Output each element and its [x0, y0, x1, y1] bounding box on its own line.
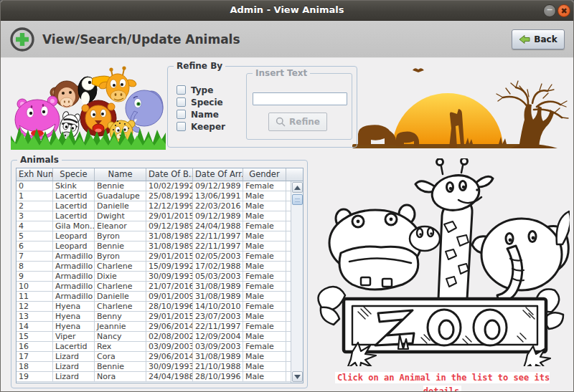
table-cell: Armadillo	[53, 282, 95, 292]
title-bar[interactable]: Admin - View Animals − ✖	[1, 1, 573, 21]
checkbox-box-icon[interactable]	[177, 110, 186, 119]
insert-text-title: Insert Text	[253, 68, 310, 78]
table-cell: 17/02/1988	[193, 262, 243, 272]
table-cell: 03/09/2003	[193, 342, 243, 352]
table-cell: Nora	[95, 372, 146, 382]
table-cell: Armadillo	[53, 292, 95, 302]
table-cell: Skink	[53, 181, 95, 191]
table-row[interactable]: 11ArmadilloDanielle09/01/200931/08/1989M…	[17, 292, 303, 302]
table-row[interactable]: 0SkinkBennie10/02/199209/12/1989Female	[17, 181, 303, 191]
checkbox-keeper[interactable]: Keeper	[177, 122, 225, 131]
table-row[interactable]: 7ArmadilloByron29/01/201502/05/2003Femal…	[17, 252, 303, 262]
table-cell: 23/07/2003	[193, 312, 243, 322]
refine-options: TypeSpecieNameKeeper	[177, 85, 225, 131]
table-row[interactable]: 6LeopardBennie31/08/198922/11/1997Male	[17, 242, 303, 252]
table-row[interactable]: 8ArmadilloCharlene15/09/199217/02/1988Ma…	[17, 262, 303, 272]
table-row[interactable]: 15ViperNancy02/08/200212/09/2004Male	[17, 332, 303, 342]
scroll-up-button[interactable]	[292, 182, 303, 193]
checkbox-box-icon[interactable]	[177, 85, 186, 95]
table-row[interactable]: 2LacertidDanielle12/12/199922/03/2016Mal…	[17, 201, 303, 211]
table-cell: 0	[17, 181, 53, 191]
table-cell: Female	[243, 322, 286, 332]
table-cell: Female	[243, 272, 286, 282]
table-row[interactable]: 3LacertidDwight29/01/201509/12/1989Male	[17, 211, 303, 221]
table-cell: 2	[17, 201, 53, 211]
table-cell: 14/10/2010	[193, 302, 243, 312]
checkbox-box-icon[interactable]	[177, 97, 186, 107]
details-hint: Click on an Animal in the list to see it…	[315, 370, 570, 392]
window-title: Admin - View Animals	[1, 4, 573, 15]
add-plus-icon	[9, 27, 35, 52]
magnifier-icon	[276, 117, 286, 127]
close-icon: ✖	[560, 6, 567, 16]
table-header-row: Exh NumSpecieNameDate Of B...Date Of Arr…	[17, 168, 303, 181]
table-row[interactable]: 16LacertidRex03/09/200303/09/2003Female	[17, 342, 303, 352]
checkbox-box-icon[interactable]	[177, 122, 186, 131]
table-cell: 22/11/1997	[193, 322, 243, 332]
column-header[interactable]: Exh Num	[17, 168, 53, 181]
table-cell: Lizard	[53, 362, 95, 372]
back-arrow-icon	[519, 34, 530, 44]
refine-button[interactable]: Refine	[268, 113, 327, 131]
table-row[interactable]: 17LizardCora29/06/201431/08/1989Male	[17, 352, 303, 362]
back-button[interactable]: Back	[512, 29, 565, 49]
table-row[interactable]: 14HyenaJeannie29/06/201422/11/1997Female	[17, 322, 303, 332]
table-cell: Male	[243, 352, 286, 362]
table-cell: 10/02/1992	[146, 181, 193, 191]
app-window: Admin - View Animals − ✖ View/Search/Upd…	[0, 0, 574, 392]
table-cell: 19	[17, 372, 53, 382]
column-header[interactable]: Name	[95, 168, 146, 181]
close-button[interactable]: ✖	[557, 4, 570, 17]
table-cell: 17	[17, 352, 53, 362]
table-row[interactable]: 12HyenaCharlene28/10/199614/10/2010Femal…	[17, 302, 303, 312]
search-text-input[interactable]	[253, 92, 347, 105]
column-header[interactable]: Gender	[243, 168, 286, 181]
table-row[interactable]: 10ArmadilloCharlene21/07/201631/08/1989F…	[17, 282, 303, 292]
table-cell: 3	[17, 211, 53, 221]
scrollbar-thumb[interactable]	[292, 194, 303, 205]
baobab-tree-silhouette	[497, 81, 568, 148]
column-header[interactable]: Specie	[53, 168, 95, 181]
table-cell: Male	[243, 372, 286, 382]
table-row[interactable]: 19LizardNora24/04/198828/10/1996Male	[17, 372, 303, 382]
table-cell: 02/05/2003	[193, 252, 243, 262]
table-cell: Female	[243, 342, 286, 352]
table-cell: 15	[17, 332, 53, 342]
table-cell: Danielle	[95, 201, 146, 211]
table-cell: 31/08/1989	[193, 352, 243, 362]
table-cell: Cora	[95, 352, 146, 362]
animals-panel: Animals Exh NumSpecieNameDate Of B...Dat…	[11, 160, 308, 388]
animals-panel-title: Animals	[17, 155, 62, 165]
checkbox-type[interactable]: Type	[177, 85, 225, 95]
table-cell: Female	[243, 282, 286, 292]
table-cell: Armadillo	[53, 272, 95, 282]
column-header-filler	[286, 168, 303, 181]
checkbox-specie[interactable]: Specie	[177, 97, 225, 107]
table-row[interactable]: 13HyenaBenny29/01/201523/07/2003Male	[17, 312, 303, 322]
table-cell: Bennie	[95, 362, 146, 372]
table-row[interactable]: 9ArmadilloDixie30/09/199305/03/2003Femal…	[17, 272, 303, 282]
table-cell: Male	[243, 191, 286, 201]
table-row[interactable]: 4Gila Mon...Eleanor09/12/198924/04/1988F…	[17, 221, 303, 231]
column-header[interactable]: Date Of Arr...	[193, 168, 243, 181]
checkbox-label: Specie	[191, 97, 223, 107]
checkbox-name[interactable]: Name	[177, 110, 225, 119]
table-row[interactable]: 18LizardBennie30/09/199321/10/1988Male	[17, 362, 303, 372]
table-cell: Male	[243, 231, 286, 242]
table-row[interactable]: 1LacertidGuadalupe25/08/199213/06/1991Ma…	[17, 191, 303, 201]
vertical-scrollbar[interactable]	[291, 181, 303, 383]
table-cell: Hyena	[53, 302, 95, 312]
table-row[interactable]: 5LeopardByron31/08/198922/11/1997Male	[17, 231, 303, 242]
back-button-label: Back	[534, 34, 557, 44]
table-cell: 09/12/1989	[193, 211, 243, 221]
table-cell: Jeannie	[95, 322, 146, 332]
table-cell: Female	[243, 181, 286, 191]
table-cell: 09/12/1989	[146, 221, 193, 231]
animals-table: Exh NumSpecieNameDate Of B...Date Of Arr…	[16, 168, 304, 383]
scroll-down-button[interactable]	[292, 371, 303, 382]
minimize-button[interactable]: −	[543, 4, 556, 17]
table-cell: 24/04/1988	[146, 372, 193, 382]
column-header[interactable]: Date Of B...	[146, 168, 193, 181]
table-cell: Male	[243, 362, 286, 372]
table-cell: 12/12/1999	[146, 201, 193, 211]
